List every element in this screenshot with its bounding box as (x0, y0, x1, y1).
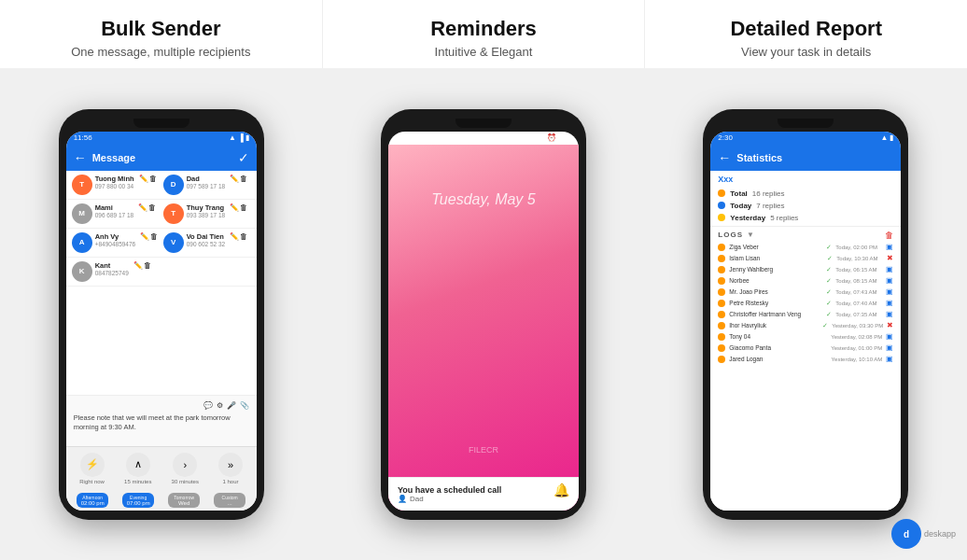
avatar-mami: M (72, 203, 92, 224)
time-row: Afternoon 02:00 pm Evening 07:00 pm Tomo… (66, 490, 257, 511)
reminder-call-text: You have a scheduled call (398, 485, 569, 495)
header-col-3: Detailed Report View your task in detail… (645, 0, 967, 68)
contact-list: T Tuong Minh 097 880 00 34 ✏️ 🗑 D (66, 171, 257, 395)
30min-icon: › (173, 453, 197, 477)
log-row-3[interactable]: Norbee ✓ Today, 08:15 AM ▣ (710, 275, 901, 287)
log-status-9: ▣ (886, 343, 893, 352)
delete-logs-icon[interactable]: 🗑 (885, 231, 893, 240)
tomorrow-label: Tomorrow (172, 495, 196, 500)
phone-2: 12:04 ⏰ ▲ ▮ Tuesday, May 5 FILECR You ha… (381, 109, 586, 520)
contact-item-mami[interactable]: M Mami 096 689 17 18 ✏️ 🗑 (72, 203, 160, 224)
contact-item-anhvy[interactable]: A Anh Vy +84904859476 ✏️ 🗑 (72, 232, 160, 253)
contact-info-anhvy: Anh Vy +84904859476 (95, 232, 136, 247)
contact-item-dad[interactable]: D Dad 097 589 17 18 ✏️ 🗑 (163, 175, 251, 195)
log-time-4: Today, 07:43 AM (835, 289, 882, 295)
log-row-6[interactable]: Christoffer Hartmann Veng ✓ Today, 07:35… (710, 309, 901, 320)
contact-phone-tuong: 097 880 00 34 (95, 183, 134, 189)
log-name-7: Ihor Havryliuk (729, 322, 819, 329)
contact-item-kant[interactable]: K Kant 0847825749 ✏️ 🗑 (72, 261, 251, 282)
log-check-2: ✓ (826, 266, 832, 273)
battery-icon: ▮ (245, 133, 249, 142)
log-time-1: Today, 10:30 AM (836, 256, 883, 261)
log-time-10: Yesterday, 10:10 AM (832, 357, 883, 362)
log-status-7: ✖ (887, 321, 893, 329)
stats-row-today: Today 7 replies (710, 200, 901, 212)
filter-icon[interactable]: ▼ (747, 231, 754, 239)
contact-name-anhvy: Anh Vy (95, 232, 136, 241)
time-tomorrow[interactable]: Tomorrow Wed (168, 493, 200, 508)
log-row-2[interactable]: Jenny Wahlberg ✓ Today, 06:15 AM ▣ (710, 264, 901, 275)
phone-section-1: 11:56 ▲ ▐ ▮ ← Message ✓ (0, 68, 322, 560)
dot-log-10 (718, 356, 725, 363)
log-check-6: ✓ (826, 311, 832, 318)
bulk-sender-subtitle: One message, multiple recipients (19, 45, 303, 59)
log-row-7[interactable]: Ihor Havryliuk ✓ Yesterday, 03:30 PM ✖ (710, 320, 901, 331)
phone-notch-1 (133, 119, 189, 128)
log-row-9[interactable]: Giacomo Panta Yesterday, 01:00 PM ▣ (710, 343, 901, 354)
contact-item-thuy[interactable]: T Thuy Trang 093 389 17 18 ✏️ 🗑 (163, 203, 251, 224)
contact-info-tuong: Tuong Minh 097 880 00 34 (95, 175, 134, 189)
quick-btn-30min[interactable]: › 30 minutes (172, 453, 199, 484)
contact-item-vo[interactable]: V Vo Dai Tien 090 602 52 32 ✏️ 🗑 (163, 232, 251, 253)
delete-icon-kant: 🗑 (144, 261, 151, 270)
custom-time: ... (217, 500, 242, 506)
phone-notch-3 (778, 119, 834, 128)
log-time-5: Today, 07:40 AM (835, 301, 882, 306)
app-bar-3: ← Statistics (710, 145, 901, 171)
log-row-0[interactable]: Ziga Veber ✓ Today, 02:00 PM ▣ (710, 242, 901, 253)
msg-icon-2: ⚙ (217, 401, 223, 410)
status-bar-3: 2:30 ▲ ▮ (710, 132, 901, 145)
dot-log-6 (718, 311, 725, 318)
contact-icons-thuy: ✏️ 🗑 (230, 203, 247, 212)
back-button-3[interactable]: ← (718, 150, 731, 165)
confirm-button-1[interactable]: ✓ (238, 150, 249, 165)
time-2: 12:04 (396, 133, 414, 143)
log-time-2: Today, 06:15 AM (835, 267, 882, 273)
contact-phone-mami: 096 689 17 18 (95, 212, 134, 218)
contact-icons-kant: ✏️ 🗑 (133, 261, 151, 270)
contact-phone-kant: 0847825749 (95, 270, 129, 276)
log-row-5[interactable]: Petre Ristesky ✓ Today, 07:40 AM ▣ (710, 298, 901, 309)
edit-icon-dad: ✏️ (230, 175, 239, 183)
stats-label-today: Today (730, 202, 751, 210)
log-time-8: Yesterday, 02:08 PM (831, 334, 882, 340)
avatar-thuy: T (163, 203, 184, 224)
deskapp-logo: d (891, 519, 921, 549)
log-name-9: Giacomo Panta (729, 344, 827, 351)
quick-btn-1hr[interactable]: » 1 hour (218, 453, 243, 484)
log-row-1[interactable]: Islam Lisan ✓ Today, 10:30 AM ✖ (710, 253, 901, 264)
message-area[interactable]: 💬 ⚙ 🎤 📎 Please note that we will meet at… (66, 395, 257, 446)
log-row-4[interactable]: Mr. Joao Pires ✓ Today, 07:43 AM ▣ (710, 287, 901, 298)
contact-phone-dad: 097 589 17 18 (187, 183, 226, 189)
log-check-0: ✓ (826, 244, 832, 251)
log-row-8[interactable]: Tony 04 Yesterday, 02:08 PM ▣ (710, 331, 901, 343)
time-custom[interactable]: Custom ... (214, 493, 245, 508)
wifi-icon: ▲ (229, 133, 236, 142)
message-text: Please note that we will meet at the par… (74, 413, 249, 433)
contact-row-4: K Kant 0847825749 ✏️ 🗑 (66, 258, 257, 287)
contact-icons-tuong: ✏️ 🗑 (139, 175, 157, 183)
log-row-10[interactable]: Jared Logan Yesterday, 10:10 AM ▣ (710, 354, 901, 365)
time-1: 11:56 (74, 133, 92, 142)
time-evening[interactable]: Evening 07:00 pm (122, 493, 154, 508)
edit-icon-tuong: ✏️ (139, 175, 148, 183)
reminder-who: 👤 Dad (398, 495, 569, 503)
edit-icon-kant: ✏️ (133, 261, 143, 270)
dot-today (718, 202, 725, 209)
time-afternoon[interactable]: Afternoon 02:00 pm (77, 493, 108, 508)
30min-label: 30 minutes (172, 479, 199, 484)
afternoon-time: 02:00 pm (80, 500, 105, 506)
1hr-label: 1 hour (223, 479, 239, 484)
phones-row: 11:56 ▲ ▐ ▮ ← Message ✓ (0, 68, 967, 560)
quick-btn-rightnow[interactable]: ⚡ Right now (79, 453, 105, 484)
tomorrow-time: Wed (172, 500, 196, 506)
back-button-1[interactable]: ← (74, 150, 87, 165)
logs-header: LOGS ▼ 🗑 (710, 226, 901, 242)
dot-log-8 (718, 333, 725, 341)
log-time-0: Today, 02:00 PM (835, 245, 882, 250)
contact-item-tuong[interactable]: T Tuong Minh 097 880 00 34 ✏️ 🗑 (72, 175, 160, 195)
msg-icon-1: 💬 (203, 401, 213, 410)
reminders-title: Reminders (342, 17, 626, 41)
time-3: 2:30 (718, 133, 733, 142)
quick-btn-15min[interactable]: ∧ 15 minutes (124, 453, 151, 484)
